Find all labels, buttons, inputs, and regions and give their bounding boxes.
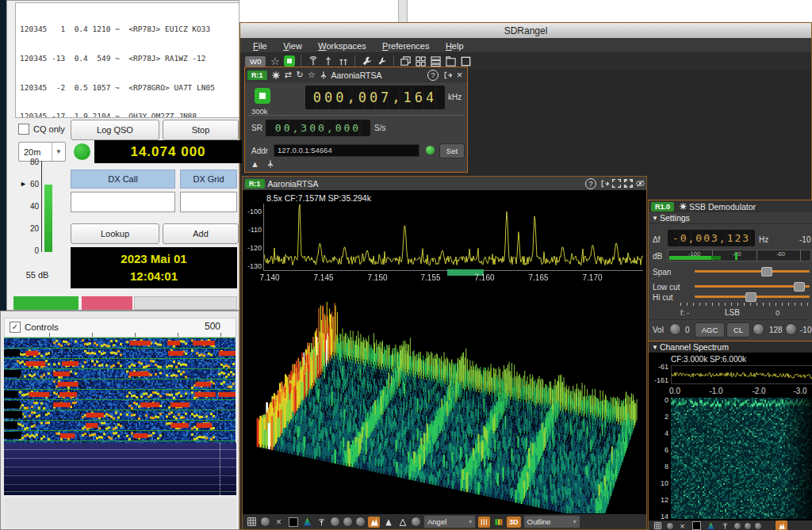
max-hold-toggle[interactable] (776, 520, 787, 530)
hide-icon[interactable] (634, 178, 646, 189)
maximize-icon[interactable] (611, 178, 622, 189)
close-icon[interactable]: × (454, 70, 465, 81)
scrollbar[interactable] (398, 0, 408, 23)
sample-rate-dial[interactable]: 00,300,000 (266, 120, 370, 136)
ref-level-knob[interactable] (260, 517, 270, 527)
stop-button[interactable]: Stop (163, 120, 239, 140)
ssb-titlebar[interactable]: R1.0 SSB Demodulator (649, 200, 812, 212)
agc-time-knob[interactable] (753, 323, 764, 335)
checkbox-box[interactable]: ✓ (10, 322, 21, 333)
stroke-knob[interactable] (744, 522, 752, 530)
stroke-knob[interactable] (355, 517, 366, 527)
decode-list[interactable]: 120345 1 0.4 1210 ~ <RP78J> EU1CZ KO33 1… (15, 2, 239, 118)
collapse-icon[interactable]: ▲ (251, 159, 259, 169)
frequency-marker-icon[interactable] (719, 520, 731, 530)
settings-rollup[interactable]: ▼ Settings (649, 212, 812, 224)
agc-button[interactable]: AGC (695, 322, 725, 337)
average-trace-toggle[interactable] (396, 517, 408, 528)
colorbar-icon[interactable] (492, 517, 504, 528)
decay-knob[interactable] (330, 517, 340, 527)
threed-toggle[interactable]: 3D (507, 517, 521, 528)
menu-view[interactable]: View (277, 40, 308, 52)
low-cut-slider[interactable] (695, 281, 810, 291)
set-address-button[interactable]: Set (439, 143, 465, 158)
frequency-display[interactable]: 14.074 000 (94, 140, 242, 163)
popout-icon[interactable] (599, 178, 611, 189)
averaging-knob[interactable] (411, 517, 421, 527)
cq-only-checkbox[interactable]: CQ only (18, 124, 65, 135)
menu-preferences[interactable]: Preferences (376, 40, 435, 52)
averaging-knob[interactable] (754, 522, 762, 530)
decay-knob[interactable] (733, 522, 741, 530)
reload-device-icon[interactable]: ↻ (294, 70, 306, 81)
clear-spectrum-icon[interactable]: × (676, 520, 688, 530)
preset-star-icon[interactable]: ☆ (306, 70, 318, 81)
max-hold-toggle[interactable] (368, 517, 380, 528)
center-frequency-dial[interactable]: 000,007,164 (305, 86, 445, 109)
dx-call-input[interactable] (71, 192, 175, 212)
grid-icon[interactable] (652, 520, 664, 530)
add-rx-device-icon[interactable] (307, 55, 319, 67)
decay-divisor-knob[interactable] (343, 517, 353, 527)
spectrogram-3d-canvas[interactable] (245, 284, 645, 513)
workspace-badge[interactable]: W0 (245, 56, 266, 67)
device-start-button[interactable] (255, 88, 270, 104)
stack-windows-icon[interactable] (430, 55, 442, 67)
help-icon[interactable]: ? (585, 178, 596, 189)
addr-input[interactable]: 127.0.0.1:54664 (274, 144, 419, 157)
feature-presets-icon[interactable]: ☆ (269, 55, 281, 67)
popout-icon[interactable] (442, 70, 454, 81)
channel-waterfall-canvas[interactable] (671, 398, 812, 519)
hi-cut-slider[interactable] (695, 292, 810, 301)
ref-level-knob[interactable] (666, 522, 674, 530)
menu-help[interactable]: Help (439, 40, 470, 52)
lookup-button[interactable]: Lookup (71, 223, 159, 244)
clear-spectrum-icon[interactable]: × (273, 517, 285, 528)
current-trace-toggle[interactable] (382, 517, 394, 528)
basebands-icon[interactable] (266, 159, 275, 169)
agc-threshold-knob[interactable] (785, 323, 797, 335)
reverse-api-icon[interactable]: ⇄ (282, 70, 294, 81)
controls-checkbox[interactable]: ✓ Controls (10, 322, 59, 333)
menu-workspaces[interactable]: Workspaces (312, 40, 372, 52)
decode-row[interactable]: 120345 -17 1.9 2104 ~ OH3Y OM2ZZ JN88 (20, 112, 239, 118)
decode-row[interactable]: 120345 1 0.4 1210 ~ <RP78J> EU1CZ KO33 (20, 25, 239, 34)
gear-icon[interactable] (677, 201, 689, 212)
span-slider[interactable] (695, 266, 810, 276)
background-color-icon[interactable] (287, 517, 299, 528)
spectrum-titlebar[interactable]: R:1 AaroniaRTSA ? (243, 177, 646, 190)
gear-icon[interactable] (270, 70, 282, 81)
menu-file[interactable]: File (247, 40, 274, 52)
fullscreen-icon[interactable] (622, 178, 634, 189)
device-titlebar[interactable]: R:1 ⇄ ↻ ☆ AaroniaRTSA ? × (245, 67, 467, 82)
log-qso-button[interactable]: Log QSO (71, 120, 159, 140)
tile-windows-icon[interactable] (415, 55, 427, 67)
channel-spectrum-canvas[interactable] (671, 365, 812, 384)
add-feature-icon[interactable] (361, 55, 373, 67)
cl-button[interactable]: CL (726, 322, 750, 337)
tabbed-windows-icon[interactable] (445, 55, 457, 67)
ft8-waterfall-canvas[interactable] (4, 337, 236, 443)
decode-row[interactable]: 120345 -13 0.4 549 ~ <RP78J> RA1WZ -12 (20, 54, 239, 63)
colormap-icon[interactable] (301, 517, 313, 528)
checkbox-box[interactable] (18, 124, 29, 135)
feature-settings-icon[interactable] (376, 55, 388, 67)
style-select[interactable]: Outline ▾ (523, 515, 580, 528)
colormap-select[interactable]: Angel ▾ (423, 515, 476, 528)
colormap-icon[interactable] (705, 520, 717, 530)
cascade-windows-icon[interactable] (400, 55, 412, 67)
channel-spectrum-rollup[interactable]: ▼ Channel Spectrum (649, 341, 812, 353)
add-tx-device-icon[interactable] (322, 55, 334, 67)
dx-grid-input[interactable] (180, 192, 237, 212)
decode-row[interactable]: 120345 -2 0.5 1057 ~ <RP78GRO> UA7T LN05 (20, 83, 239, 93)
grid-icon[interactable] (246, 517, 258, 528)
sdrangel-titlebar[interactable]: SDRangel (240, 23, 811, 38)
background-color-icon[interactable] (691, 520, 703, 530)
start-all-button[interactable] (284, 55, 295, 67)
waterfall-toggle[interactable] (478, 517, 490, 528)
df-dial[interactable]: -0,003,123 (668, 230, 755, 246)
wide-graph-spectrum[interactable] (4, 443, 236, 495)
spectrum-2d-canvas[interactable] (263, 204, 643, 271)
help-icon[interactable]: ? (427, 70, 439, 81)
frequency-marker-icon[interactable] (316, 517, 327, 528)
